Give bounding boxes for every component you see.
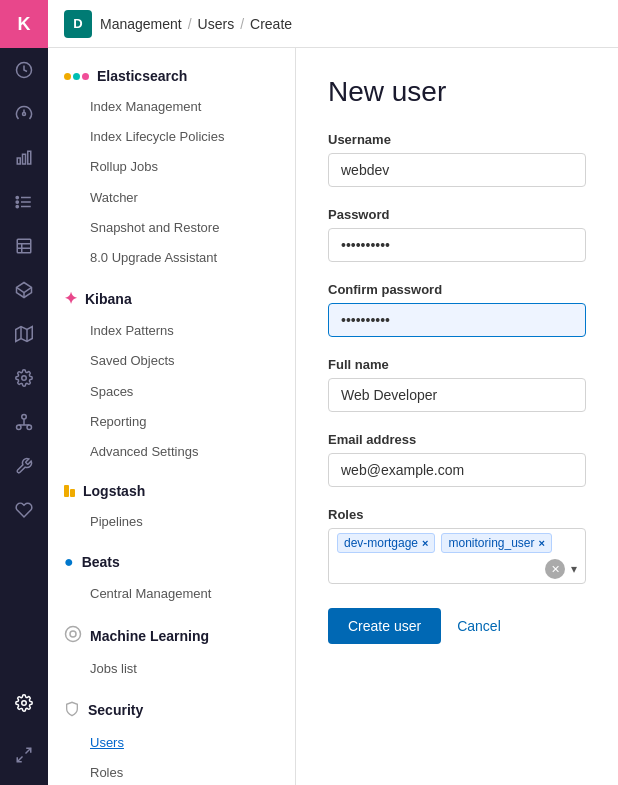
security-label: Security — [88, 702, 143, 718]
rail-icon-gauge[interactable] — [0, 92, 48, 136]
sidebar-item-central-management[interactable]: Central Management — [48, 579, 295, 609]
beats-header: ● Beats — [48, 545, 295, 579]
beats-icon: ● — [64, 553, 74, 571]
role-tag-label-2: monitoring_user — [448, 536, 534, 550]
fullname-label: Full name — [328, 357, 586, 372]
sidebar-item-users[interactable]: Users — [48, 728, 295, 758]
svg-point-11 — [16, 205, 18, 207]
email-field: Email address — [328, 432, 586, 487]
create-user-button[interactable]: Create user — [328, 608, 441, 644]
breadcrumb-sep-2: / — [240, 16, 244, 32]
sidebar-item-watcher[interactable]: Watcher — [48, 183, 295, 213]
cancel-button[interactable]: Cancel — [457, 618, 501, 634]
rail-icon-wrench[interactable] — [0, 444, 48, 488]
sidebar-item-upgrade-assistant[interactable]: 8.0 Upgrade Assistant — [48, 243, 295, 273]
ml-icon — [64, 625, 82, 646]
elasticsearch-icon — [64, 73, 89, 80]
fullname-field: Full name — [328, 357, 586, 412]
icon-rail: K — [0, 0, 48, 785]
role-tag-remove-monitoring-user[interactable]: × — [539, 537, 545, 549]
rail-icon-gear[interactable] — [0, 356, 48, 400]
rail-icon-settings[interactable] — [0, 681, 48, 725]
sidebar-section-security: Security Users Roles — [48, 693, 295, 785]
logstash-icon — [64, 485, 75, 497]
roles-chevron-icon[interactable]: ▾ — [571, 562, 577, 576]
breadcrumb-management[interactable]: Management — [100, 16, 182, 32]
svg-point-21 — [22, 376, 27, 381]
main-area: D Management / Users / Create Elasticsea… — [48, 0, 618, 785]
svg-point-32 — [70, 631, 76, 637]
sidebar-item-pipelines[interactable]: Pipelines — [48, 507, 295, 537]
breadcrumb-sep-1: / — [188, 16, 192, 32]
svg-point-31 — [66, 627, 81, 642]
form-area: New user Username Password Confirm passw… — [296, 48, 618, 785]
logstash-header: Logstash — [48, 475, 295, 507]
ml-header: Machine Learning — [48, 617, 295, 654]
sidebar-section-logstash: Logstash Pipelines — [48, 475, 295, 537]
fullname-input[interactable] — [328, 378, 586, 412]
sidebar: Elasticsearch Index Management Index Lif… — [48, 48, 296, 785]
rail-icon-table[interactable] — [0, 224, 48, 268]
ml-label: Machine Learning — [90, 628, 209, 644]
confirm-password-input[interactable] — [328, 303, 586, 337]
svg-line-29 — [26, 748, 31, 753]
roles-container[interactable]: dev-mortgage × monitoring_user × ✕ ▾ — [328, 528, 586, 584]
sidebar-item-roles[interactable]: Roles — [48, 758, 295, 785]
sidebar-item-saved-objects[interactable]: Saved Objects — [48, 346, 295, 376]
beats-label: Beats — [82, 554, 120, 570]
rail-icon-chart[interactable] — [0, 136, 48, 180]
rail-icon-stack[interactable] — [0, 268, 48, 312]
sidebar-item-reporting[interactable]: Reporting — [48, 407, 295, 437]
sidebar-item-advanced-settings[interactable]: Advanced Settings — [48, 437, 295, 467]
email-input[interactable] — [328, 453, 586, 487]
sidebar-section-ml: Machine Learning Jobs list — [48, 617, 295, 684]
sidebar-item-rollup-jobs[interactable]: Rollup Jobs — [48, 152, 295, 182]
role-tag-dev-mortgage: dev-mortgage × — [337, 533, 435, 553]
form-buttons: Create user Cancel — [328, 608, 586, 644]
svg-line-30 — [17, 757, 22, 762]
role-tag-remove-dev-mortgage[interactable]: × — [422, 537, 428, 549]
sidebar-section-kibana: ✦ Kibana Index Patterns Saved Objects Sp… — [48, 281, 295, 467]
svg-rect-4 — [23, 154, 26, 164]
rail-icon-heart[interactable] — [0, 488, 48, 532]
sidebar-section-elasticsearch: Elasticsearch Index Management Index Lif… — [48, 60, 295, 273]
user-avatar[interactable]: D — [64, 10, 92, 38]
sidebar-item-snapshot-restore[interactable]: Snapshot and Restore — [48, 213, 295, 243]
svg-rect-3 — [17, 158, 20, 164]
svg-point-28 — [22, 701, 27, 706]
rail-icon-expand[interactable] — [0, 733, 48, 777]
kibana-icon: ✦ — [64, 289, 77, 308]
app-logo[interactable]: K — [0, 0, 48, 48]
elasticsearch-header: Elasticsearch — [48, 60, 295, 92]
sidebar-item-jobs-list[interactable]: Jobs list — [48, 654, 295, 684]
password-label: Password — [328, 207, 586, 222]
breadcrumb-users[interactable]: Users — [198, 16, 235, 32]
roles-label: Roles — [328, 507, 586, 522]
content-area: Elasticsearch Index Management Index Lif… — [48, 48, 618, 785]
svg-point-10 — [16, 201, 18, 203]
sidebar-section-beats: ● Beats Central Management — [48, 545, 295, 609]
svg-marker-18 — [16, 327, 33, 342]
password-field: Password — [328, 207, 586, 262]
security-header: Security — [48, 693, 295, 728]
svg-rect-12 — [17, 239, 31, 253]
rail-icon-map[interactable] — [0, 312, 48, 356]
logstash-label: Logstash — [83, 483, 145, 499]
breadcrumb-create: Create — [250, 16, 292, 32]
sidebar-item-index-management[interactable]: Index Management — [48, 92, 295, 122]
form-title: New user — [328, 76, 586, 108]
rail-icon-network[interactable] — [0, 400, 48, 444]
confirm-password-field: Confirm password — [328, 282, 586, 337]
confirm-password-label: Confirm password — [328, 282, 586, 297]
elasticsearch-label: Elasticsearch — [97, 68, 187, 84]
sidebar-item-spaces[interactable]: Spaces — [48, 377, 295, 407]
roles-clear-button[interactable]: ✕ — [545, 559, 565, 579]
sidebar-item-index-lifecycle-policies[interactable]: Index Lifecycle Policies — [48, 122, 295, 152]
svg-point-1 — [23, 113, 26, 116]
password-input[interactable] — [328, 228, 586, 262]
sidebar-item-index-patterns[interactable]: Index Patterns — [48, 316, 295, 346]
rail-icon-list[interactable] — [0, 180, 48, 224]
username-input[interactable] — [328, 153, 586, 187]
role-tag-monitoring-user: monitoring_user × — [441, 533, 551, 553]
rail-icon-clock[interactable] — [0, 48, 48, 92]
